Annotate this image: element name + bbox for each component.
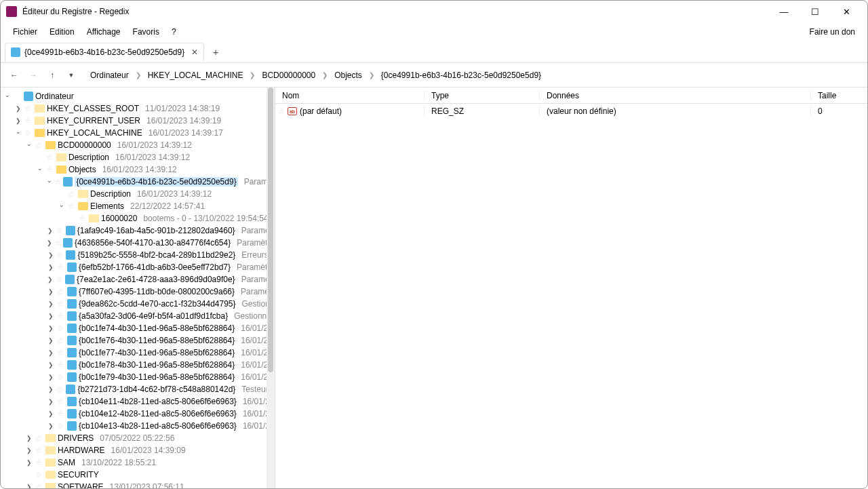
collapse-icon[interactable]: ⌄ <box>47 177 52 184</box>
star-icon[interactable]: ☆ <box>57 422 65 431</box>
tree-row[interactable]: ❯☆{cb104e13-4b28-11ed-a8c5-806e6f6e6963}… <box>1 420 275 432</box>
tree-row[interactable]: ❯☆HARDWARE16/01/2023 14:39:09 <box>1 444 275 456</box>
tree-row[interactable]: ❯☆HKEY_CURRENT_USER16/01/2023 14:39:19 <box>1 115 275 127</box>
tab-close-icon[interactable]: ✕ <box>189 47 198 57</box>
tree-row[interactable]: ❯☆{b0c1fe77-4b30-11ed-96a5-88e5bf628864}… <box>1 347 275 359</box>
tree-row[interactable]: ❯☆{1afa9c49-16ab-4a5c-901b-212802da9460}… <box>1 224 275 237</box>
tree-row[interactable]: ❯☆DRIVERS07/05/2022 05:22:56 <box>1 432 275 444</box>
col-size[interactable]: Taille <box>811 91 867 100</box>
tree-row[interactable]: ☆Description16/01/2023 14:39:12 <box>1 151 275 163</box>
back-button[interactable]: ← <box>6 67 22 83</box>
collapse-icon[interactable]: ⌄ <box>25 140 33 147</box>
expand-icon[interactable]: ❯ <box>47 264 55 271</box>
collapse-icon[interactable]: ⌄ <box>58 201 66 208</box>
collapse-icon[interactable]: ⌄ <box>36 165 44 172</box>
tree-row[interactable]: ❯☆SAM13/10/2022 18:55:21 <box>1 456 275 469</box>
tree-row[interactable]: ❯☆{5189b25c-5558-4bf2-bca4-289b11bd29e2}… <box>1 249 275 261</box>
col-name[interactable]: Nom <box>275 91 425 100</box>
star-icon[interactable]: ☆ <box>57 410 65 418</box>
tree-row[interactable]: ❯☆{6efb52bf-1766-41db-a6b3-0ee5eff72bd7}… <box>1 261 275 273</box>
collapse-icon[interactable]: ⌄ <box>3 92 12 98</box>
expand-icon[interactable]: ❯ <box>14 117 22 124</box>
expand-icon[interactable]: ❯ <box>47 252 54 258</box>
star-icon[interactable]: ☆ <box>57 336 65 345</box>
tree-row[interactable]: ⌄☆HKEY_LOCAL_MACHINE16/01/2023 14:39:17 <box>1 127 275 139</box>
expand-icon[interactable]: ❯ <box>47 337 55 344</box>
tree-row[interactable]: ❯☆{a5a30fa2-3d06-4e9f-b5f4-a01df9d1fcba}… <box>1 310 275 322</box>
expand-icon[interactable]: ❯ <box>25 484 33 488</box>
star-icon[interactable]: ☆ <box>56 275 64 284</box>
star-icon[interactable]: ☆ <box>57 324 65 333</box>
tab-add-button[interactable]: + <box>207 43 224 61</box>
dropdown-icon[interactable]: ▼ <box>63 67 79 83</box>
minimize-button[interactable]: — <box>768 1 800 22</box>
close-button[interactable]: ✕ <box>831 1 862 22</box>
tree-row[interactable]: ❯☆{b0c1fe79-4b30-11ed-96a5-88e5bf628864}… <box>1 371 275 383</box>
crumb-bcd[interactable]: BCD00000000 <box>262 71 315 80</box>
expand-icon[interactable]: ❯ <box>47 325 55 332</box>
menu-edit[interactable]: Edition <box>50 27 75 37</box>
tree-row[interactable]: ❯☆{b0c1fe74-4b30-11ed-96a5-88e5bf628864}… <box>1 322 275 334</box>
tree-row[interactable]: ☆SECURITY <box>1 469 275 481</box>
crumb-objects[interactable]: Objects <box>334 71 362 80</box>
star-icon[interactable]: ☆ <box>57 349 65 357</box>
tree-row[interactable]: ☆Description16/01/2023 14:39:12 <box>1 188 275 200</box>
expand-icon[interactable]: ❯ <box>47 300 55 307</box>
star-icon[interactable]: ☆ <box>24 129 33 138</box>
expand-icon[interactable]: ❯ <box>25 459 33 466</box>
star-icon[interactable]: ☆ <box>79 214 87 223</box>
star-icon[interactable]: ☆ <box>56 385 64 394</box>
star-icon[interactable]: ☆ <box>57 361 65 370</box>
star-icon[interactable]: ☆ <box>56 251 64 260</box>
expand-icon[interactable]: ❯ <box>47 313 55 319</box>
star-icon[interactable]: ☆ <box>57 288 65 296</box>
tree-row[interactable]: ⌄☆Ordinateur <box>1 90 275 102</box>
star-icon[interactable]: ☆ <box>46 165 54 174</box>
expand-icon[interactable]: ❯ <box>47 398 55 405</box>
menu-help[interactable]: ? <box>172 27 176 37</box>
star-icon[interactable]: ☆ <box>68 190 76 199</box>
expand-icon[interactable]: ❯ <box>47 239 52 246</box>
star-icon[interactable]: ☆ <box>57 300 65 309</box>
tree-row[interactable]: ❯☆{9dea862c-5cdd-4e70-acc1-f32b344d4795}… <box>1 298 275 310</box>
expand-icon[interactable]: ❯ <box>14 105 22 112</box>
tree-row[interactable]: ❯☆{b0c1fe78-4b30-11ed-96a5-88e5bf628864}… <box>1 359 275 371</box>
star-icon[interactable]: ☆ <box>24 104 33 113</box>
star-icon[interactable]: ☆ <box>54 178 61 187</box>
tree-row[interactable]: ❯☆{7ff607e0-4395-11db-b0de-0800200c9a66}… <box>1 286 275 298</box>
tree-row[interactable]: ❯☆{cb104e12-4b28-11ed-a8c5-806e6f6e6963}… <box>1 408 275 420</box>
crumb-hklm[interactable]: HKEY_LOCAL_MACHINE <box>148 71 243 80</box>
star-icon[interactable]: ☆ <box>35 471 43 480</box>
tree-row[interactable]: ❯☆{b0c1fe76-4b30-11ed-96a5-88e5bf628864}… <box>1 334 275 347</box>
star-icon[interactable]: ☆ <box>54 239 61 248</box>
value-row[interactable]: ☆ ab (par défaut) REG_SZ (valeur non déf… <box>275 104 867 119</box>
star-icon[interactable]: ☆ <box>57 397 65 406</box>
star-icon[interactable]: ☆ <box>35 141 43 150</box>
expand-icon[interactable]: ❯ <box>25 447 33 454</box>
star-icon[interactable]: ☆ <box>57 373 65 382</box>
expand-icon[interactable]: ❯ <box>47 276 54 283</box>
crumb-guid[interactable]: {0ce4991b-e6b3-4b16-b23c-5e0d9250e5d9} <box>381 71 541 80</box>
tree-row[interactable]: ⌄☆{0ce4991b-e6b3-4b16-b23c-5e0d9250e5d9}… <box>1 176 275 188</box>
expand-icon[interactable]: ❯ <box>47 227 54 234</box>
expand-icon[interactable]: ❯ <box>47 374 55 380</box>
tab-active[interactable]: {0ce4991b-e6b3-4b16-b23c-5e0d9250e5d9} ✕ <box>5 43 204 62</box>
menu-view[interactable]: Affichage <box>87 27 121 37</box>
up-button[interactable]: ↑ <box>44 67 60 83</box>
tree-row[interactable]: ❯☆HKEY_CLASSES_ROOT11/01/2023 14:38:19 <box>1 102 275 115</box>
menu-favorites[interactable]: Favoris <box>133 27 159 37</box>
star-icon[interactable]: ☆ <box>35 446 43 455</box>
scrollbar[interactable] <box>267 87 275 488</box>
collapse-icon[interactable]: ⌄ <box>14 128 22 135</box>
star-icon[interactable]: ☆ <box>46 153 54 162</box>
crumb-ordinateur[interactable]: Ordinateur <box>90 71 129 80</box>
col-type[interactable]: Type <box>425 91 540 100</box>
scroll-thumb[interactable] <box>268 87 273 372</box>
tree-row[interactable]: ⌄☆BCD0000000016/01/2023 14:39:12 <box>1 139 275 151</box>
tree-row[interactable]: ☆16000020bootems - 0 - 13/10/2022 19:54:… <box>1 212 275 224</box>
star-icon[interactable]: ☆ <box>68 202 76 211</box>
expand-icon[interactable]: ❯ <box>47 410 55 417</box>
star-icon[interactable]: ☆ <box>56 227 64 235</box>
col-data[interactable]: Données <box>540 91 811 100</box>
star-icon[interactable]: ☆ <box>35 458 43 467</box>
